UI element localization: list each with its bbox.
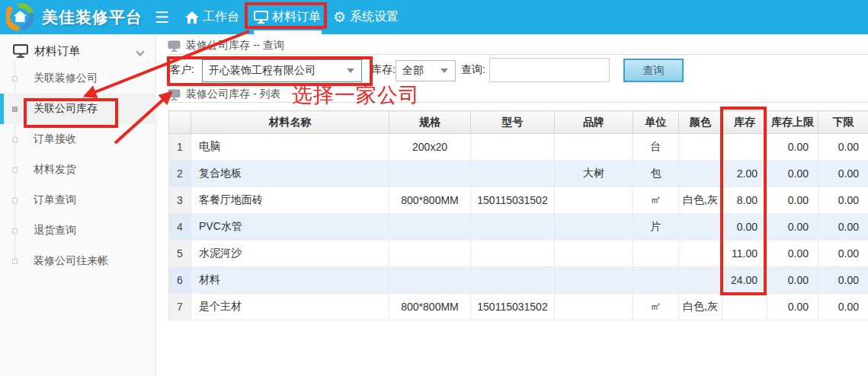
- sidebar-item-linked-companies[interactable]: 关联装修公司: [0, 63, 156, 94]
- cell-name: 材料: [191, 267, 389, 294]
- cell-model: [471, 241, 555, 267]
- cell-color: [679, 214, 722, 241]
- cell-lower: 0.00: [818, 134, 868, 161]
- cell-color: [679, 267, 722, 294]
- nav-item-system-settings[interactable]: ⚙ 系统设置: [333, 0, 399, 34]
- cell-unit: 包: [633, 161, 679, 187]
- sidebar-item-label: 订单查询: [34, 193, 76, 207]
- col-header: 规格: [389, 111, 471, 134]
- cell-stock: 2.00: [722, 161, 767, 187]
- cell-model: [471, 214, 555, 241]
- sidebar-item-material-shipment[interactable]: 材料发货: [0, 155, 156, 185]
- col-header: 单位: [633, 111, 679, 134]
- sidebar-item-label: 材料发货: [34, 163, 76, 177]
- cell-name: 是个主材: [191, 294, 389, 320]
- cell-upper: 0.00: [767, 187, 818, 214]
- cell-lower: 0.00: [818, 187, 868, 214]
- nav-item-label: 工作台: [203, 9, 239, 25]
- nav-item-material-orders[interactable]: 材料订单: [254, 0, 321, 34]
- cell-lower: 0.00: [818, 267, 868, 294]
- table-row[interactable]: 4PVC水管片0.000.000.00: [169, 214, 868, 241]
- sidebar-item-label: 退货查询: [34, 224, 76, 237]
- top-navbar: 美佳装修平台 ☰ 工作台 材料订单 ⚙ 系统设置: [0, 0, 868, 34]
- cell-brand: 大树: [555, 161, 633, 187]
- stock-filter-select[interactable]: 全部: [396, 60, 456, 81]
- stock-table: 材料名称规格型号品牌单位颜色库存库存上限下限 1电脑200x20台0.000.0…: [168, 110, 868, 320]
- cell-no: 5: [169, 241, 191, 267]
- table-row[interactable]: 5水泥河沙11.000.000.00: [169, 241, 868, 267]
- table-row[interactable]: 6材料24.000.000.00: [169, 267, 868, 294]
- section-divider: [168, 102, 868, 103]
- customer-label: 客户:: [170, 63, 194, 77]
- tree-bullet-icon: [12, 198, 18, 203]
- customer-select-value: 开心装饰工程有限公司: [203, 64, 347, 78]
- col-header: 颜色: [679, 111, 722, 134]
- sidebar-root-material-orders[interactable]: 材料订单: [0, 40, 156, 63]
- cell-no: 2: [169, 161, 191, 187]
- monitor-icon: [13, 44, 28, 61]
- cell-upper: 0.00: [767, 134, 818, 161]
- cell-spec: 800*800MM: [389, 187, 471, 214]
- cell-stock: 0.00: [722, 214, 767, 241]
- home-icon: [185, 11, 199, 24]
- hamburger-menu-icon[interactable]: ☰: [155, 0, 169, 34]
- tree-bullet-icon: [12, 76, 18, 81]
- sidebar-item-label: 订单接收: [34, 132, 76, 146]
- cell-spec: [389, 267, 471, 294]
- cell-spec: [389, 241, 471, 267]
- cell-stock: 11.00: [722, 241, 767, 267]
- col-header: 品牌: [555, 111, 633, 134]
- sidebar-item-return-query[interactable]: 退货查询: [0, 215, 156, 246]
- cell-spec: [389, 161, 471, 187]
- sidebar-item-order-receive[interactable]: 订单接收: [0, 124, 156, 155]
- sidebar-item-linked-company-stock[interactable]: 关联公司库存: [0, 94, 156, 124]
- app-logo-icon: [6, 3, 34, 31]
- cell-name: 复合地板: [191, 161, 389, 187]
- cell-spec: 800*800MM: [389, 294, 471, 320]
- stock-filter-label: 库存:: [371, 63, 396, 77]
- cell-brand: [555, 294, 633, 320]
- cell-model: 150115031502: [471, 294, 555, 320]
- stock-table-header: 材料名称规格型号品牌单位颜色库存库存上限下限: [169, 111, 868, 134]
- search-label: 查询:: [461, 63, 485, 77]
- cell-color: 白色,灰: [679, 294, 722, 320]
- search-input[interactable]: [489, 58, 610, 82]
- cell-brand: [555, 134, 633, 161]
- chevron-down-icon: [347, 69, 354, 73]
- cell-stock: 24.00: [722, 267, 767, 294]
- tree-bullet-icon: [12, 107, 18, 112]
- nav-item-label: 材料订单: [272, 9, 321, 25]
- sidebar-item-company-accounts[interactable]: 装修公司往来帐: [0, 246, 156, 276]
- stock-filter-value: 全部: [396, 64, 440, 78]
- query-section-title: 装修公司库存 -- 查询: [186, 39, 284, 53]
- col-header: 材料名称: [191, 111, 389, 134]
- query-button[interactable]: 查询: [623, 59, 684, 82]
- cell-upper: 0.00: [767, 214, 818, 241]
- cell-unit: ㎡: [633, 294, 679, 320]
- sidebar-root-label: 材料订单: [34, 44, 80, 59]
- cell-unit: [633, 241, 679, 267]
- cell-upper: 0.00: [767, 241, 818, 267]
- section-divider: [168, 54, 868, 55]
- table-row[interactable]: 2复合地板大树包2.000.000.00: [169, 161, 868, 187]
- brand-title: 美佳装修平台: [42, 0, 143, 34]
- cell-brand: [555, 241, 633, 267]
- cell-name: 电脑: [191, 134, 389, 161]
- sidebar-item-order-query[interactable]: 订单查询: [0, 185, 156, 215]
- tree-bullet-icon: [12, 137, 18, 142]
- customer-select[interactable]: 开心装饰工程有限公司: [202, 59, 362, 82]
- cell-brand: [555, 214, 633, 241]
- sidebar-item-label: 关联公司库存: [34, 102, 98, 116]
- cell-upper: 0.00: [767, 294, 818, 320]
- cell-upper: 0.00: [767, 267, 818, 294]
- cell-lower: 0.00: [818, 214, 868, 241]
- app-root: 美佳装修平台 ☰ 工作台 材料订单 ⚙ 系统设置: [0, 0, 868, 376]
- col-header: 库存: [722, 111, 767, 134]
- table-row[interactable]: 1电脑200x20台0.000.00: [169, 134, 868, 161]
- cell-stock: [722, 294, 767, 320]
- nav-item-workbench[interactable]: 工作台: [185, 0, 239, 34]
- cell-brand: [555, 187, 633, 214]
- table-row[interactable]: 3客餐厅地面砖800*800MM150115031502㎡白色,灰8.000.0…: [169, 187, 868, 214]
- table-row[interactable]: 7是个主材800*800MM150115031502㎡白色,灰0.000.00: [169, 294, 868, 320]
- sidebar: 材料订单 关联装修公司 关联公司库存 订单接收 材料发货 订单查询 退货查询: [0, 34, 156, 376]
